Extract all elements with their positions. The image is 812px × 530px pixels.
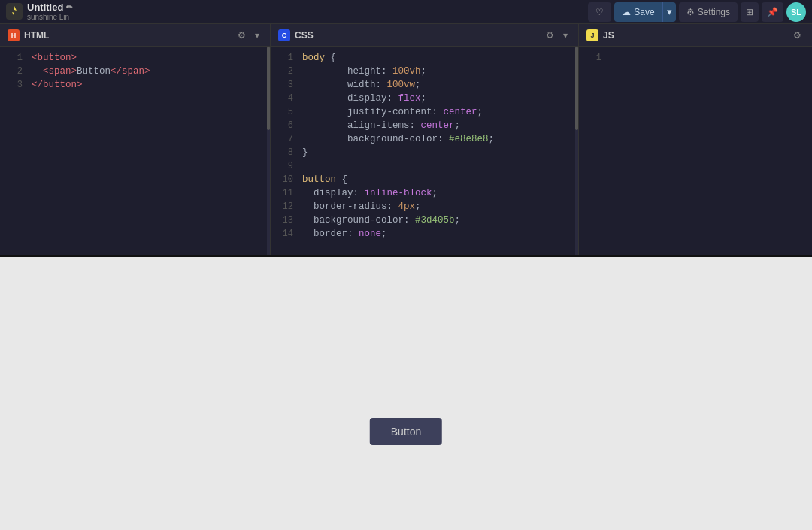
css-editor-header: C CSS ⚙ ▾ — [271, 24, 578, 47]
js-editor-header: J JS ⚙ — [579, 24, 812, 47]
html-editor-content[interactable]: 1 <button> 2 <span>Button</span> 3 </but… — [0, 47, 270, 255]
js-panel: J JS ⚙ 1 — [579, 24, 812, 255]
html-code-area: 1 <button> 2 <span>Button</span> 3 </but… — [0, 47, 270, 255]
scroll-thumb — [267, 47, 270, 130]
editors-area: H HTML ⚙ ▾ 1 <button> 2 <span>Button</sp… — [0, 24, 812, 257]
html-header-left: H HTML — [8, 29, 49, 41]
js-editor-content[interactable]: 1 — [579, 47, 812, 255]
code-line: 6 align-items: center; — [271, 119, 578, 132]
heart-icon: ♡ — [595, 7, 604, 17]
code-line: 3 width: 100vw; — [271, 78, 578, 92]
title-block: Untitled ✏ sunshine Lin — [27, 2, 72, 21]
topbar-right: ♡ ☁ Save ▾ ⚙ Settings ⊞ 📌 SL — [588, 2, 806, 22]
save-dropdown-button[interactable]: ▾ — [662, 2, 676, 22]
preview-button[interactable]: Button — [370, 418, 442, 445]
js-header-right: ⚙ — [790, 29, 804, 42]
js-settings-btn[interactable]: ⚙ — [790, 29, 804, 42]
topbar: Untitled ✏ sunshine Lin ♡ ☁ Save ▾ ⚙ Set… — [0, 0, 812, 24]
html-editor-header: H HTML ⚙ ▾ — [0, 24, 270, 47]
settings-label: Settings — [698, 7, 730, 17]
edit-icon[interactable]: ✏ — [66, 3, 72, 11]
code-line: 13 background-color: #3d405b; — [271, 214, 578, 227]
code-line: 7 background-color: #e8e8e8; — [271, 132, 578, 146]
avatar-label: SL — [791, 8, 801, 17]
pin-button[interactable]: 📌 — [762, 2, 783, 22]
preview-area: Button — [0, 257, 812, 530]
css-header-left: C CSS — [278, 29, 314, 41]
css-header-right: ⚙ ▾ — [543, 29, 571, 42]
code-line: 1 <button> — [0, 51, 270, 65]
code-line: 14 border: none; — [271, 227, 578, 241]
html-label: HTML — [24, 30, 49, 41]
html-expand-btn[interactable]: ▾ — [252, 29, 262, 42]
user-subtitle: sunshine Lin — [27, 13, 72, 21]
code-line: 1 — [579, 51, 812, 65]
preview-button-label: Button — [391, 426, 421, 438]
app-title: Untitled ✏ — [27, 2, 72, 13]
gear-icon: ⚙ — [686, 7, 695, 17]
css-editor-content[interactable]: 1 body { 2 height: 100vh; 3 width: 100vw… — [271, 47, 578, 255]
app-icon — [6, 3, 23, 20]
css-expand-btn[interactable]: ▾ — [560, 29, 571, 42]
html-panel: H HTML ⚙ ▾ 1 <button> 2 <span>Button</sp… — [0, 24, 271, 255]
topbar-left: Untitled ✏ sunshine Lin — [6, 2, 72, 21]
code-line: 2 height: 100vh; — [271, 65, 578, 78]
code-line: 2 <span>Button</span> — [0, 65, 270, 78]
code-line: 1 body { — [271, 51, 578, 65]
js-code-area: 1 — [579, 47, 812, 255]
code-line: 9 — [271, 159, 578, 173]
cloud-icon: ☁ — [622, 7, 631, 17]
css-scroll-thumb — [575, 47, 578, 130]
code-line: 3 </button> — [0, 78, 270, 92]
code-line: 11 display: inline-block; — [271, 186, 578, 200]
grid-button[interactable]: ⊞ — [741, 2, 759, 22]
js-label: JS — [603, 30, 614, 41]
settings-button[interactable]: ⚙ Settings — [679, 2, 738, 22]
grid-icon: ⊞ — [746, 7, 753, 17]
html-header-right: ⚙ ▾ — [235, 29, 262, 42]
code-line: 12 border-radius: 4px; — [271, 200, 578, 214]
css-settings-btn[interactable]: ⚙ — [543, 29, 557, 42]
css-code-area: 1 body { 2 height: 100vh; 3 width: 100vw… — [271, 47, 578, 255]
avatar-button[interactable]: SL — [786, 2, 806, 22]
title-text: Untitled — [27, 2, 63, 13]
scroll-indicator — [267, 47, 270, 255]
css-panel: C CSS ⚙ ▾ 1 body { 2 height: 100vh; — [271, 24, 579, 255]
svg-rect-0 — [6, 3, 23, 20]
html-badge: H — [8, 29, 20, 41]
save-label: Save — [634, 7, 654, 17]
js-badge: J — [586, 29, 598, 41]
css-badge: C — [278, 29, 290, 41]
js-header-left: J JS — [586, 29, 614, 41]
html-settings-btn[interactable]: ⚙ — [235, 29, 249, 42]
css-label: CSS — [295, 30, 314, 41]
code-line: 4 display: flex; — [271, 92, 578, 105]
code-line: 10 button { — [271, 173, 578, 186]
heart-button[interactable]: ♡ — [588, 2, 611, 22]
code-line: 5 justify-content: center; — [271, 105, 578, 119]
code-line: 8 } — [271, 146, 578, 159]
save-button[interactable]: ☁ Save — [614, 2, 662, 22]
save-group: ☁ Save ▾ — [614, 2, 675, 22]
css-scroll-indicator — [575, 47, 578, 255]
pin-icon: 📌 — [767, 7, 778, 17]
